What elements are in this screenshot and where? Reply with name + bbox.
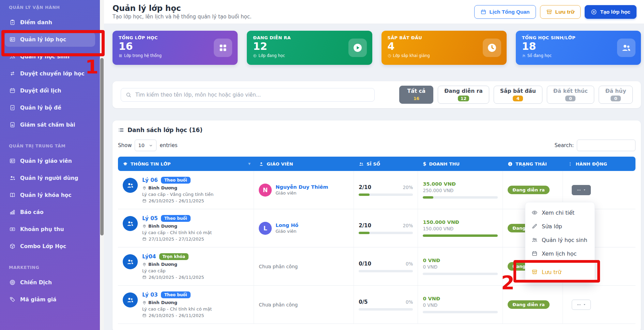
cube-icon: [9, 243, 16, 249]
page-header: Quản lý lớp học Tạo lớp học, lên lịch và…: [104, 0, 644, 24]
archive-button[interactable]: Lưu trữ: [540, 5, 581, 19]
graduation-cap-icon: [123, 161, 128, 167]
users-icon: [126, 296, 134, 304]
menu-item-manage-students[interactable]: Quản lý học sinh: [525, 233, 595, 247]
sidebar-item-quan-ly-khoa-hoc[interactable]: Quản lý khóa học: [5, 188, 95, 202]
play-circle-icon: [253, 54, 257, 58]
class-name-link[interactable]: Lý04: [142, 254, 156, 260]
row-actions-button[interactable]: [572, 300, 591, 310]
scrollbar-thumb[interactable]: [100, 58, 104, 235]
menu-item-view-schedule[interactable]: Xem lịch học: [525, 247, 595, 260]
class-name-link[interactable]: Lý 05: [142, 215, 158, 221]
eye-icon: [531, 210, 538, 216]
caret-down-icon: [583, 303, 586, 306]
show-label: Show: [118, 142, 132, 148]
users-icon: [531, 237, 538, 243]
tab-count: 12: [458, 96, 469, 101]
class-type-badge: Trọn khóa: [159, 253, 189, 260]
menu-item-edit-class[interactable]: Sửa lớp: [525, 219, 595, 233]
sidebar-item-label: Quản lý học sinh: [20, 54, 70, 60]
tab-count: 4: [513, 96, 523, 101]
sidebar-item-label: Quản lý khóa học: [20, 192, 72, 198]
overview-calendar-button[interactable]: Lịch Tổng Quan: [474, 5, 536, 19]
column-header-revenue[interactable]: $DOANH THU: [418, 157, 503, 171]
stat-card-students: TỔNG HỌC SINH/LỚP 18 Số đang học: [516, 31, 641, 65]
class-list-title: Danh sách lớp học (16): [118, 127, 635, 133]
revenue-total: 150.000 VNĐ: [423, 226, 498, 231]
teacher-name-link[interactable]: Long Hồ: [275, 223, 298, 228]
location-pin-icon: [142, 224, 147, 228]
class-name-link[interactable]: Lý 06: [142, 177, 158, 183]
sidebar: QUẢN LÝ VẬN HÀNH Điểm danh Quản lý lớp h…: [0, 0, 100, 330]
clock-icon: [388, 54, 391, 58]
row-actions-button[interactable]: [572, 185, 591, 195]
calendar-icon: [142, 275, 147, 279]
ellipsis-icon: [576, 188, 581, 192]
sidebar-item-ma-giam-gia[interactable]: Mã giảm giá: [5, 292, 95, 307]
sidebar-item-giam-sat-cham-bai[interactable]: Giám sát chấm bài: [5, 117, 95, 132]
table-search-input[interactable]: [577, 140, 635, 151]
revenue-progress-bar: [423, 196, 498, 199]
stat-card-total-classes: TỔNG LỚP HỌC 16 Lớp trong hệ thống: [113, 31, 238, 65]
users-icon: [126, 182, 134, 189]
column-header-status[interactable]: TRẠNG THÁI: [503, 157, 563, 171]
column-header-class-info[interactable]: THÔNG TIN LỚP ▼: [118, 157, 254, 171]
menu-item-archive[interactable]: Lưu trữ: [525, 265, 595, 279]
sidebar-item-label: Combo Lớp Học: [20, 243, 66, 249]
class-type-badge: Theo buổi: [161, 215, 191, 222]
column-header-capacity[interactable]: SĨ SỐ: [354, 157, 418, 171]
sidebar-item-quan-ly-hoc-sinh[interactable]: Quản lý học sinh: [5, 49, 95, 64]
menu-item-view-details[interactable]: Xem chi tiết: [525, 206, 595, 219]
sidebar-item-quan-ly-giao-vien[interactable]: Quản lý giáo viên: [5, 154, 95, 168]
sidebar-item-label: Chiến Dịch: [20, 279, 52, 286]
capacity-value: 2/10: [359, 184, 371, 190]
users-icon: [621, 43, 631, 53]
create-class-button[interactable]: Tạo lớp học: [585, 5, 636, 19]
sidebar-item-quan-ly-lop-hoc[interactable]: Quản lý lớp học: [5, 32, 95, 47]
filter-tab-upcoming[interactable]: Sắp bắt đầu 4: [494, 86, 542, 104]
sidebar-item-label: Mã giảm giá: [20, 297, 57, 303]
revenue-total: 250.000 VNĐ: [423, 188, 498, 193]
clipboard-check-icon: [9, 19, 16, 26]
sidebar-item-quan-ly-nguoi-dung[interactable]: Quản lý người dùng: [5, 171, 95, 185]
calendar-icon: [480, 9, 486, 15]
capacity-value: 0/10: [359, 261, 371, 267]
filter-tab-ongoing[interactable]: Đang diễn ra 12: [438, 86, 489, 104]
sort-desc-icon[interactable]: ▼: [248, 162, 251, 166]
users-filled-icon: [9, 175, 16, 181]
sidebar-item-khoan-phu-thu[interactable]: Khoản phụ thu: [5, 222, 95, 236]
class-search-input[interactable]: [121, 88, 375, 102]
location-pin-icon: [142, 300, 147, 305]
column-header-actions[interactable]: HÀNH ĐỘNG: [563, 157, 635, 171]
sidebar-item-bao-cao[interactable]: Báo cáo: [5, 205, 95, 219]
sidebar-item-diem-danh[interactable]: Điểm danh: [5, 15, 95, 30]
revenue-progress-bar: [423, 311, 498, 313]
sidebar-item-label: Quản lý bộ đề: [20, 105, 61, 111]
sidebar-item-duyet-chuyen-lop[interactable]: Duyệt chuyển lớp học: [5, 66, 95, 81]
archive-icon: [531, 269, 538, 275]
class-avatar: [123, 254, 138, 269]
calendar-icon: [531, 250, 538, 257]
capacity-percent: 0%: [406, 261, 413, 267]
page-size-select[interactable]: 10: [135, 140, 156, 151]
sidebar-item-label: Khoản phụ thu: [20, 226, 64, 232]
sidebar-item-quan-ly-bo-de[interactable]: Quản lý bộ đề: [5, 100, 95, 115]
sidebar-item-label: Điểm danh: [20, 19, 52, 26]
filter-tab-cancelled[interactable]: Đã hủy 0: [599, 86, 633, 104]
sidebar-scrollbar[interactable]: [100, 0, 104, 330]
tag-icon: [9, 296, 16, 303]
filter-tab-finished[interactable]: Đã kết thúc 0: [547, 86, 594, 104]
tab-count: 0: [611, 96, 621, 101]
row-actions-menu: Xem chi tiết Sửa lớp Quản lý học sinh Xe…: [525, 202, 595, 283]
info-icon: [508, 161, 513, 167]
status-badge: Đang diễn ra: [508, 186, 549, 194]
column-header-teacher[interactable]: GIÁO VIÊN: [254, 157, 354, 171]
sidebar-item-chien-dich[interactable]: Chiến Dịch: [5, 275, 95, 290]
filter-tab-all[interactable]: Tất cả 16: [399, 86, 433, 104]
class-name-link[interactable]: Lý 03: [142, 292, 158, 298]
teacher-name-link[interactable]: Nguyễn Duy Thiêm: [275, 184, 328, 190]
sidebar-item-duyet-doi-lich[interactable]: Duyệt đổi lịch: [5, 83, 95, 98]
calendar-icon: [142, 237, 147, 241]
revenue-total: 0 VNĐ: [423, 264, 498, 270]
sidebar-item-combo-lop-hoc[interactable]: Combo Lớp Học: [5, 239, 95, 254]
